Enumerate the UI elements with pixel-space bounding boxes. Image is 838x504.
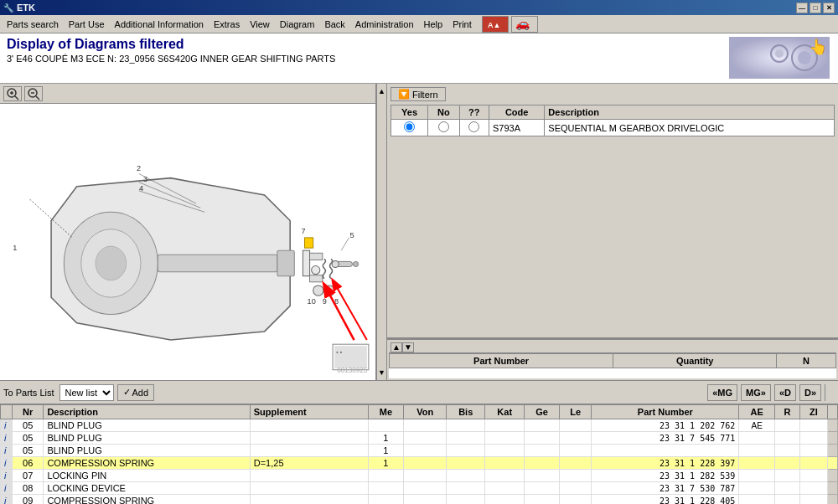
radio-yes-cell[interactable] (391, 120, 428, 136)
filter-code: S793A (489, 120, 544, 136)
data-table: Nr Description Supplement Me Von Bis Kat… (0, 404, 838, 504)
n-cell (777, 368, 836, 379)
filter-row: S793A SEQUENTIAL M GEARBOX DRIVELOGIC (391, 120, 835, 136)
table-cell: D=1,25 (250, 457, 368, 470)
add-label: Add (132, 388, 149, 398)
menu-additional-info[interactable]: Additional Information (110, 18, 209, 31)
header-area: Display of Diagrams filtered 3' E46 COUP… (0, 33, 838, 84)
table-cell (250, 470, 368, 482)
col-scrollbar-header (828, 405, 838, 419)
col-le: Le (559, 405, 591, 419)
table-cell (739, 457, 775, 470)
nav-next-mg-btn[interactable]: MG» (741, 384, 771, 401)
table-cell (447, 482, 485, 495)
scroll-right-handle[interactable] (825, 384, 835, 401)
radio-maybe[interactable] (468, 121, 479, 132)
table-cell: LOCKING DEVICE (44, 482, 250, 495)
table-cell (404, 432, 447, 445)
table-cell (404, 470, 447, 482)
filter-button[interactable]: 🔽 Filtern (391, 87, 446, 101)
table-cell: 05 (13, 445, 44, 457)
table-cell: i (1, 482, 13, 495)
zoom-out-btn[interactable] (24, 86, 43, 101)
svg-text:3: 3 (143, 175, 147, 183)
bottom-toolbar: To Parts List New list ✓ Add «MG MG» «D … (0, 381, 838, 404)
table-cell (485, 495, 525, 505)
filter-description: SEQUENTIAL M GEARBOX DRIVELOGIC (545, 120, 835, 136)
table-cell: i (1, 445, 13, 457)
scroll-right-btn[interactable]: ▼ (402, 342, 414, 352)
radio-no-cell[interactable] (428, 120, 459, 136)
quantity-cell (613, 368, 777, 379)
col-supplement: Supplement (250, 405, 368, 419)
table-cell (368, 419, 404, 432)
table-row: i09COMPRESSION SPRING23 31 1 228 405 (1, 495, 838, 505)
parts-list-dropdown[interactable]: New list (59, 384, 114, 401)
maximize-btn[interactable]: □ (810, 3, 821, 13)
radio-yes[interactable] (404, 121, 415, 132)
table-cell: 08 (13, 482, 44, 495)
nav-next-d-btn[interactable]: D» (799, 384, 821, 401)
table-row: i05BLIND PLUG23 31 1 202 762AE (1, 419, 838, 432)
scroll-up-btn[interactable]: ▲ (378, 87, 385, 95)
car-icon-btn[interactable]: 🚗 (511, 16, 538, 33)
add-button[interactable]: ✓ Add (117, 384, 155, 401)
red-icon-btn[interactable]: A▲ (482, 16, 509, 33)
menu-part-use[interactable]: Part Use (64, 18, 110, 31)
data-table-area[interactable]: Nr Description Supplement Me Von Bis Kat… (0, 404, 838, 504)
col-maybe: ?? (459, 105, 489, 120)
table-cell (828, 432, 838, 445)
table-row: i05BLIND PLUG1 (1, 445, 838, 457)
zoom-toolbar (0, 84, 375, 104)
table-cell (525, 470, 560, 482)
table-cell: 1 (368, 432, 404, 445)
window-controls: — □ ✕ (796, 3, 835, 13)
svg-text:10: 10 (308, 297, 316, 306)
nav-prev-mg-btn[interactable]: «MG (707, 384, 737, 401)
filter-section: 🔽 Filtern Yes No ?? Code Description (387, 84, 838, 338)
svg-point-30 (332, 260, 339, 267)
col-bis: Bis (447, 405, 485, 419)
svg-point-31 (313, 285, 323, 296)
zoom-in-btn[interactable] (3, 86, 22, 101)
col-desc: Description (545, 105, 835, 120)
table-cell (368, 495, 404, 505)
parts-mini-table: Part Number Quantity N (389, 353, 836, 378)
radio-maybe-cell[interactable] (459, 120, 489, 136)
scroll-arrows: ▲ ▼ (389, 342, 836, 353)
table-cell: 23 31 1 282 539 (592, 470, 739, 482)
page-subtitle: 3' E46 COUPÉ M3 ECE N: 23_0956 S6S420G I… (7, 54, 831, 64)
col-description: Description (44, 405, 250, 419)
menu-parts-search[interactable]: Parts search (2, 18, 64, 31)
menu-help[interactable]: Help (419, 18, 448, 31)
toolbar-icons: A▲ 🚗 (482, 16, 538, 33)
diagram-area[interactable]: 1 2 3 4 5 7 8 9 10 (0, 104, 375, 380)
menu-administration[interactable]: Administration (350, 18, 419, 31)
menu-extras[interactable]: Extras (209, 18, 245, 31)
minimize-btn[interactable]: — (796, 3, 808, 13)
menu-print[interactable]: Print (447, 18, 477, 31)
table-cell: AE (739, 419, 775, 432)
app-title: ETK (17, 3, 35, 13)
scroll-left-btn[interactable]: ▲ (391, 342, 402, 352)
nav-prev-d-btn[interactable]: «D (774, 384, 796, 401)
close-btn[interactable]: ✕ (823, 3, 835, 13)
table-cell: LOCKING PIN (44, 470, 250, 482)
menu-back[interactable]: Back (319, 18, 349, 31)
radio-no[interactable] (438, 121, 449, 132)
menu-view[interactable]: View (245, 18, 275, 31)
col-von: Von (404, 405, 447, 419)
svg-text:9: 9 (323, 297, 327, 306)
table-cell: COMPRESSION SPRING (44, 457, 250, 470)
table-cell (368, 470, 404, 482)
table-cell (525, 432, 560, 445)
table-cell (775, 470, 800, 482)
menu-diagram[interactable]: Diagram (275, 18, 320, 31)
menu-bar: Parts search Part Use Additional Informa… (0, 15, 838, 33)
table-row: i08LOCKING DEVICE23 31 7 530 787 (1, 482, 838, 495)
svg-text:5: 5 (349, 231, 354, 239)
table-cell (799, 445, 827, 457)
scroll-down-btn[interactable]: ▼ (378, 368, 385, 377)
table-cell: i (1, 432, 13, 445)
table-cell (559, 457, 591, 470)
